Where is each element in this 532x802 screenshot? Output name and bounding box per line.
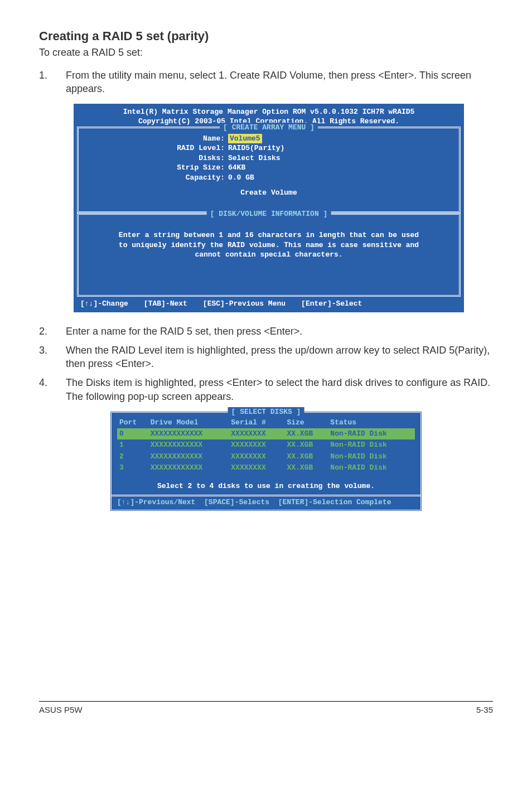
disk-volume-info-box: [ DISK/VOLUME INFORMATION ] Enter a stri… [77, 213, 461, 297]
footer-left: ASUS P5W [39, 705, 83, 714]
step-3-text: When the RAID Level item is highlighted,… [66, 344, 493, 371]
disk-row[interactable]: 0 XXXXXXXXXXXX XXXXXXXX XX.XGB Non-RAID … [117, 428, 415, 439]
step-2: 2. Enter a name for the RAID 5 set, then… [39, 325, 493, 338]
field-raid-level-label: RAID Level: [152, 143, 228, 153]
select-disks-screen: [ SELECT DISKS ] Port Drive Model Serial… [110, 411, 422, 511]
footer-right: 5-35 [476, 705, 493, 714]
bios-header-line1: Intel(R) Matrix Storage Manager Option R… [74, 107, 464, 117]
step-3-number: 3. [39, 344, 66, 371]
cell-port: 3 [117, 462, 148, 474]
col-serial: Serial # [229, 417, 284, 428]
step-3: 3. When the RAID Level item is highlight… [39, 344, 493, 371]
disk-row[interactable]: 1 XXXXXXXXXXXX XXXXXXXX XX.XGB Non-RAID … [117, 439, 415, 451]
field-capacity-label: Capacity: [152, 173, 228, 183]
disk-table-header: Port Drive Model Serial # Size Status [117, 417, 415, 428]
cell-serial: XXXXXXXX [229, 439, 284, 451]
cell-size: XX.XGB [284, 462, 328, 474]
cell-status: Non-RAID Disk [328, 428, 415, 439]
step-4: 4. The Disks item is highlighted, press … [39, 376, 493, 403]
step-4-text: The Disks item is highlighted, press <En… [66, 376, 493, 403]
select-disks-instruction: Select 2 to 4 disks to use in creating t… [117, 481, 415, 491]
field-capacity-value[interactable]: 0.0 GB [228, 173, 254, 183]
field-raid-level-value[interactable]: RAID5(Parity) [228, 143, 284, 153]
cell-model: XXXXXXXXXXXX [148, 451, 229, 462]
col-size: Size [284, 417, 328, 428]
field-name-label: Name: [152, 134, 228, 144]
help-text-line3: cannot contain special characters. [85, 250, 452, 260]
cell-size: XX.XGB [284, 439, 328, 451]
hint-next: [TAB]-Next [144, 299, 187, 309]
cell-status: Non-RAID Disk [328, 451, 415, 462]
hint-select: [Enter]-Select [301, 299, 362, 309]
step-2-number: 2. [39, 325, 66, 338]
cell-port: 1 [117, 439, 148, 451]
help-text-line2: to uniquely identify the RAID volume. Th… [85, 240, 452, 250]
cell-size: XX.XGB [284, 451, 328, 462]
cell-port: 2 [117, 451, 148, 462]
hint-change: [↑↓]-Change [80, 299, 128, 309]
hint-previous: [ESC]-Previous Menu [203, 299, 286, 309]
step-1-text: From the utility main menu, select 1. Cr… [66, 69, 493, 96]
field-disks-label: Disks: [152, 153, 228, 163]
field-disks-value[interactable]: Select Disks [228, 153, 280, 163]
cell-model: XXXXXXXXXXXX [148, 428, 229, 439]
bios-create-array-screen: Intel(R) Matrix Storage Manager Option R… [74, 104, 464, 312]
disk-row[interactable]: 3 XXXXXXXXXXXX XXXXXXXX XX.XGB Non-RAID … [117, 462, 415, 474]
cell-serial: XXXXXXXX [229, 428, 284, 439]
select-disks-title: [ SELECT DISKS ] [228, 407, 304, 417]
create-array-menu-box: [ CREATE ARRAY MENU ] Name: Volume5 RAID… [77, 127, 461, 213]
bios-footer-hints: [↑↓]-Change [TAB]-Next [ESC]-Previous Me… [74, 297, 464, 312]
col-model: Drive Model [148, 417, 229, 428]
intro-text: To create a RAID 5 set: [39, 47, 493, 59]
cell-port: 0 [117, 428, 148, 439]
step-1-number: 1. [39, 69, 66, 96]
cell-model: XXXXXXXXXXXX [148, 462, 229, 474]
help-text-line1: Enter a string between 1 and 16 characte… [85, 230, 452, 240]
step-2-text: Enter a name for the RAID 5 set, then pr… [66, 325, 493, 338]
field-name-value[interactable]: Volume5 [228, 134, 262, 144]
step-4-number: 4. [39, 376, 66, 403]
section-heading: Creating a RAID 5 set (parity) [39, 29, 493, 44]
disk-row[interactable]: 2 XXXXXXXXXXXX XXXXXXXX XX.XGB Non-RAID … [117, 451, 415, 462]
field-strip-size-value[interactable]: 64KB [228, 163, 245, 173]
col-status: Status [328, 417, 415, 428]
select-disks-footer-hints: [↑↓]-Previous/Next [SPACE]-Selects [ENTE… [112, 495, 420, 510]
cell-size: XX.XGB [284, 428, 328, 439]
disk-table: Port Drive Model Serial # Size Status 0 … [117, 417, 415, 474]
disk-volume-info-title: [ DISK/VOLUME INFORMATION ] [207, 209, 331, 219]
cell-model: XXXXXXXXXXXX [148, 439, 229, 451]
page-footer: ASUS P5W 5-35 [39, 701, 493, 714]
create-volume-action[interactable]: Create Volume [85, 188, 452, 198]
cell-status: Non-RAID Disk [328, 439, 415, 451]
cell-status: Non-RAID Disk [328, 462, 415, 474]
cell-serial: XXXXXXXX [229, 462, 284, 474]
col-port: Port [117, 417, 148, 428]
field-strip-size-label: Strip Size: [152, 163, 228, 173]
cell-serial: XXXXXXXX [229, 451, 284, 462]
create-array-menu-title: [ CREATE ARRAY MENU ] [220, 123, 318, 133]
step-1: 1. From the utility main menu, select 1.… [39, 69, 493, 96]
